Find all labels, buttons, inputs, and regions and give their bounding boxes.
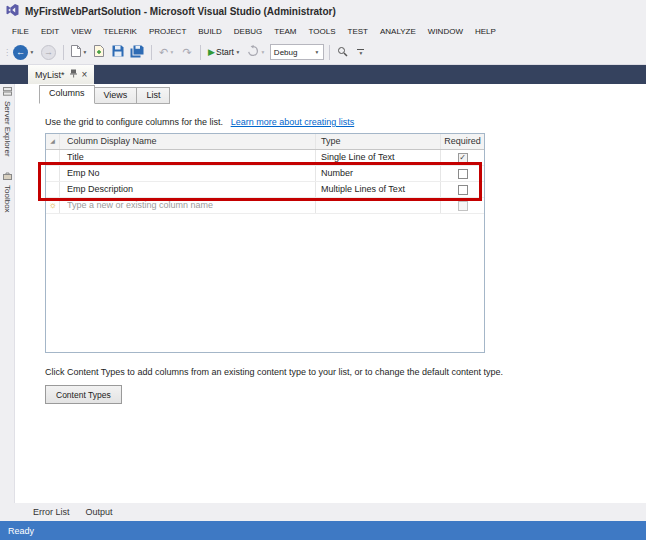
sidebar-tab-label: Toolbox <box>3 185 12 213</box>
column-type-cell[interactable]: Number <box>316 166 441 181</box>
new-column-row: ☼ ✓ <box>46 198 484 214</box>
row-header[interactable] <box>46 182 60 197</box>
required-cell: ✓ <box>441 166 484 181</box>
menu-item-test[interactable]: TEST <box>342 27 374 36</box>
select-all-corner[interactable]: ◢ <box>46 134 60 149</box>
save-all-floppies-icon <box>130 45 144 60</box>
redo-icon: ↷ <box>182 47 191 58</box>
designer-tab-strip: Columns Views List <box>39 85 169 104</box>
column-name-cell[interactable]: Emp No <box>60 166 316 181</box>
tab-views[interactable]: Views <box>94 87 138 104</box>
menu-item-window[interactable]: WINDOW <box>422 27 469 36</box>
column-name-cell[interactable]: Emp Description <box>60 182 316 197</box>
document-tab-label: MyList* <box>35 70 65 80</box>
redo-button[interactable]: ↷ <box>179 43 195 61</box>
pin-icon[interactable] <box>70 69 77 80</box>
column-name-cell[interactable]: Title <box>60 150 316 165</box>
column-type-cell[interactable]: Single Line of Text <box>316 150 441 165</box>
tab-output[interactable]: Output <box>81 505 118 519</box>
refresh-caret-icon: ▼ <box>261 50 266 55</box>
sidebar-tab-server-explorer[interactable]: Server Explorer <box>3 87 12 157</box>
play-icon: ▶ <box>208 47 215 57</box>
check-icon: ✓ <box>459 150 466 165</box>
refresh-button[interactable]: ▼ <box>245 43 268 61</box>
toolbar-drag-handle[interactable]: ⋮⋮ <box>3 48 9 57</box>
column-type-cell[interactable]: Multiple Lines of Text <box>316 182 441 197</box>
new-column-name-input[interactable] <box>67 199 307 212</box>
undo-icon: ↶ <box>159 47 168 58</box>
table-row: Emp No Number ✓ <box>46 166 484 182</box>
document-tab-mylist[interactable]: MyList* × <box>28 65 94 84</box>
new-row-icon: ☼ <box>48 198 56 213</box>
back-arrow-icon: ← <box>13 45 28 60</box>
learn-more-link[interactable]: Learn more about creating lists <box>231 117 355 127</box>
menu-item-view[interactable]: VIEW <box>65 27 97 36</box>
tab-list[interactable]: List <box>136 87 170 104</box>
new-project-button[interactable]: ▼ <box>69 43 90 61</box>
row-header[interactable] <box>46 166 60 181</box>
menu-item-analyze[interactable]: ANALYZE <box>374 27 422 36</box>
toolbox-icon <box>3 171 12 182</box>
toolbar-separator <box>200 45 201 60</box>
new-column-type-cell[interactable] <box>316 198 441 213</box>
close-tab-icon[interactable]: × <box>82 70 88 79</box>
overflow-bar-icon <box>357 49 364 50</box>
header-required[interactable]: Required <box>441 134 484 149</box>
header-type[interactable]: Type <box>316 134 441 149</box>
title-bar: MyFirstWebPartSolution - Microsoft Visua… <box>0 0 646 22</box>
start-label: Start <box>216 47 234 57</box>
window-title: MyFirstWebPartSolution - Microsoft Visua… <box>25 6 336 17</box>
required-checkbox[interactable]: ✓ <box>458 153 468 163</box>
content-types-button[interactable]: Content Types <box>45 385 122 404</box>
required-checkbox[interactable]: ✓ <box>458 169 468 179</box>
undo-button[interactable]: ↶ ▼ <box>157 43 177 61</box>
new-project-caret-icon: ▼ <box>83 50 88 55</box>
find-in-files-button[interactable] <box>335 43 351 61</box>
menu-item-debug[interactable]: DEBUG <box>228 27 268 36</box>
sidebar-tab-label: Server Explorer <box>3 101 12 157</box>
toolbar-separator <box>63 45 64 60</box>
document-tab-strip: MyList* × <box>0 65 646 84</box>
menu-item-tools[interactable]: TOOLS <box>303 27 342 36</box>
navigate-forward-button[interactable]: → <box>39 43 58 61</box>
row-header[interactable] <box>46 150 60 165</box>
bottom-tool-tab-strip: Error List Output <box>14 503 118 521</box>
grid-header-row: ◢ Column Display Name Type Required <box>46 134 484 150</box>
debug-target-dropdown[interactable]: Debug ▼ <box>270 44 324 60</box>
table-row: Emp Description Multiple Lines of Text ✓ <box>46 182 484 198</box>
menu-item-edit[interactable]: EDIT <box>35 27 65 36</box>
menu-item-team[interactable]: TEAM <box>268 27 302 36</box>
table-row: Title Single Line of Text ✓ <box>46 150 484 166</box>
required-checkbox[interactable]: ✓ <box>458 185 468 195</box>
save-button[interactable] <box>110 43 126 61</box>
tab-error-list[interactable]: Error List <box>28 505 75 519</box>
menu-item-build[interactable]: BUILD <box>192 27 228 36</box>
toolbar-separator <box>151 45 152 60</box>
instructions-text: Use the grid to configure columns for th… <box>45 117 223 127</box>
status-text: Ready <box>8 526 34 536</box>
menu-item-help[interactable]: HELP <box>469 27 502 36</box>
add-new-item-button[interactable] <box>92 43 108 61</box>
new-required-checkbox[interactable]: ✓ <box>458 201 468 211</box>
grid-instructions: Use the grid to configure columns for th… <box>45 117 354 127</box>
header-column-display-name[interactable]: Column Display Name <box>60 134 316 149</box>
required-cell: ✓ <box>441 150 484 165</box>
left-tool-tab-strip: Server Explorer Toolbox <box>0 84 14 503</box>
save-all-button[interactable] <box>128 43 146 61</box>
start-debugging-button[interactable]: ▶ Start ▼ <box>206 43 243 61</box>
save-floppy-icon <box>112 45 124 59</box>
tab-columns[interactable]: Columns <box>39 85 95 104</box>
new-column-name-cell <box>60 198 316 213</box>
sidebar-tab-toolbox[interactable]: Toolbox <box>3 171 12 213</box>
menu-item-project[interactable]: PROJECT <box>143 27 192 36</box>
menu-item-file[interactable]: FILE <box>6 27 35 36</box>
menu-item-telerik[interactable]: TELERIK <box>98 27 143 36</box>
overflow-caret-icon: ▼ <box>358 50 363 55</box>
start-dropdown-caret-icon: ▼ <box>236 50 241 55</box>
toolbar-overflow-button[interactable]: ▼ <box>353 43 369 61</box>
status-bar: Ready <box>0 521 646 540</box>
required-cell: ✓ <box>441 182 484 197</box>
standard-toolbar: ⋮⋮ ← ▼ → ▼ ↶ ▼ ↷ ▶ Start ▼ ▼ Debug ▼ <box>0 40 646 65</box>
navigate-back-button[interactable]: ← ▼ <box>11 43 37 61</box>
debug-target-value: Debug <box>274 48 298 57</box>
